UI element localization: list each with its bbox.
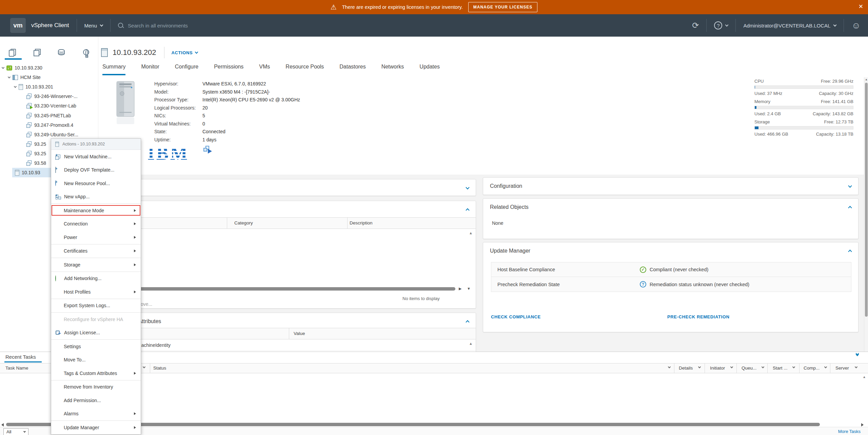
main-vertical-scrollbar[interactable]: ▲ <box>864 77 868 352</box>
tab-datastores[interactable]: Datastores <box>339 64 366 75</box>
scroll-up-icon[interactable]: ▲ <box>863 375 866 379</box>
value-column-header[interactable]: Value <box>294 331 305 336</box>
expand-chevron-icon[interactable] <box>466 185 469 189</box>
start-column[interactable]: Start ... <box>773 365 788 371</box>
column-filter-icon[interactable] <box>698 365 701 368</box>
tags-hscroll-thumb[interactable] <box>103 287 455 291</box>
scroll-up-icon[interactable]: ▲ <box>469 341 473 345</box>
check-compliance-button[interactable]: CHECK COMPLIANCE <box>491 314 541 319</box>
server-column[interactable]: Server <box>835 365 849 371</box>
tree-item-vm[interactable]: 93.245-PNETLab <box>26 111 71 120</box>
tree-item-vm[interactable]: 93.58 <box>26 158 46 168</box>
tree-item-vcenter[interactable]: 10.10.93.230 <box>2 63 42 73</box>
menu-button[interactable]: Menu <box>84 23 103 28</box>
category-column-header[interactable]: Category <box>234 220 253 225</box>
actions-button[interactable]: ACTIONS <box>171 50 198 55</box>
expand-chevron-icon[interactable] <box>8 75 11 78</box>
help-icon[interactable]: ? <box>714 21 722 29</box>
collapse-chevron-icon[interactable] <box>848 250 852 253</box>
tab-updates[interactable]: Updates <box>419 64 440 75</box>
custom-attribute-row[interactable]: MachineIdentity <box>101 339 476 351</box>
tab-permissions[interactable]: Permissions <box>214 64 243 75</box>
menu-item-update-manager[interactable]: Update Manager <box>51 421 141 434</box>
more-tasks-link[interactable]: More Tasks <box>838 429 861 434</box>
collapse-chevron-icon[interactable] <box>466 320 469 324</box>
scroll-up-icon[interactable]: ▲ <box>469 231 473 235</box>
scroll-left-icon[interactable] <box>1 423 4 427</box>
column-filter-icon[interactable] <box>143 365 145 368</box>
tab-hosts-and-clusters[interactable] <box>7 47 17 57</box>
chevron-down-icon[interactable] <box>725 23 729 27</box>
menu-item-new-resource-pool[interactable]: +New Resource Pool... <box>51 177 141 190</box>
precheck-remediation-button[interactable]: PRE-CHECK REMEDIATION <box>667 314 730 319</box>
menu-item-deploy-ovf-template[interactable]: +Deploy OVF Template... <box>51 163 141 177</box>
tree-item-vm[interactable]: 93.230-Vcenter-Lab <box>26 101 76 111</box>
tree-item-vm[interactable]: 93.249-Ubuntu-Ser... <box>26 130 78 139</box>
scroll-up-icon[interactable]: ▲ <box>865 78 868 81</box>
collapse-chevron-icon[interactable] <box>466 208 469 212</box>
tab-configure[interactable]: Configure <box>175 64 198 75</box>
menu-item-move-to[interactable]: Move To... <box>51 353 141 367</box>
tab-storage[interactable] <box>56 47 66 57</box>
menu-item-storage[interactable]: Storage <box>51 258 141 272</box>
tab-networks[interactable]: Networks <box>381 64 404 75</box>
tasks-filter-select[interactable]: All <box>3 428 28 435</box>
completed-column[interactable]: Comp... <box>804 365 820 371</box>
column-filter-icon[interactable] <box>824 365 827 368</box>
tree-item-datacenter[interactable]: HCM Site <box>8 73 41 82</box>
menu-item-alarms[interactable]: Alarms <box>51 407 141 421</box>
banner-close-icon[interactable]: ✕ <box>859 3 863 10</box>
menu-item-add-permission[interactable]: Add Permission... <box>51 394 141 407</box>
tab-networking[interactable] <box>81 47 91 57</box>
manage-licenses-button[interactable]: MANAGE YOUR LICENSES <box>468 2 537 12</box>
menu-item-connection[interactable]: Connection <box>51 217 141 231</box>
tab-monitor[interactable]: Monitor <box>141 64 159 75</box>
column-filter-icon[interactable] <box>730 365 733 368</box>
column-filter-icon[interactable] <box>792 365 795 368</box>
status-column[interactable]: Status <box>153 365 166 371</box>
column-filter-icon[interactable] <box>855 365 857 368</box>
menu-item-maintenance-mode[interactable]: Maintenance Mode <box>51 204 141 217</box>
tab-resource-pools[interactable]: Resource Pools <box>285 64 324 75</box>
menu-item-assign-license[interactable]: Assign License... <box>51 326 141 340</box>
menu-item-new-virtual-machine[interactable]: +New Virtual Machine... <box>51 150 141 163</box>
menu-item-add-networking[interactable]: Add Networking... <box>51 272 141 285</box>
tree-item-vm[interactable]: 93.25 <box>26 149 46 158</box>
menu-item-certificates[interactable]: Certificates <box>51 244 141 258</box>
details-column[interactable]: Details <box>679 365 693 371</box>
initiator-column[interactable]: Initiator <box>710 365 725 371</box>
expand-chevron-icon[interactable] <box>848 184 852 187</box>
collapse-tasks-icon[interactable] <box>856 353 859 356</box>
column-filter-icon[interactable] <box>668 365 671 368</box>
scroll-right-icon[interactable]: ▶ <box>459 286 461 291</box>
tree-item-vm[interactable]: 93.25 <box>26 139 46 149</box>
menu-item-power[interactable]: Power <box>51 231 141 244</box>
tab-vms[interactable]: VMs <box>259 64 270 75</box>
tree-item-host-201[interactable]: 10.10.93.201 <box>14 82 53 92</box>
menu-item-export-system-logs[interactable]: Export System Logs... <box>51 299 141 313</box>
menu-item-new-vapp[interactable]: +New vApp... <box>51 190 141 204</box>
vscroll-thumb[interactable] <box>865 83 868 317</box>
tree-item-vm[interactable]: 93-246-Winserver-... <box>26 92 78 101</box>
task-name-column[interactable]: Task Name <box>5 365 28 371</box>
queued-column[interactable]: Queu... <box>742 365 756 371</box>
scroll-down-icon[interactable]: ▼ <box>467 286 471 291</box>
column-filter-icon[interactable] <box>762 365 764 368</box>
collapse-chevron-icon[interactable] <box>848 206 852 210</box>
expand-chevron-icon[interactable] <box>2 66 4 68</box>
menu-item-settings[interactable]: Settings <box>51 340 141 353</box>
tree-item-vm[interactable]: 93.247-Promox8.4 <box>26 120 73 130</box>
tab-summary[interactable]: Summary <box>102 64 125 75</box>
scroll-right-icon[interactable] <box>861 423 864 427</box>
tab-vms-and-templates[interactable] <box>32 47 42 57</box>
menu-item-remove-from-inventory[interactable]: Remove from Inventory <box>51 380 141 394</box>
user-menu[interactable]: Administrator@VCENTERLAB.LOCAL <box>743 23 836 28</box>
global-search-input[interactable]: Search in all environments <box>118 23 188 28</box>
expand-chevron-icon[interactable] <box>14 85 17 87</box>
menu-item-host-profiles[interactable]: Host Profiles <box>51 285 141 299</box>
refresh-icon[interactable]: ⟳ <box>692 21 699 29</box>
feedback-smiley-icon[interactable]: ☺ <box>851 21 861 30</box>
description-column-header[interactable]: Description <box>350 220 373 225</box>
menu-item-tags-custom-attributes[interactable]: Tags & Custom Attributes <box>51 367 141 380</box>
recent-tasks-tab[interactable]: Recent Tasks <box>5 354 36 360</box>
